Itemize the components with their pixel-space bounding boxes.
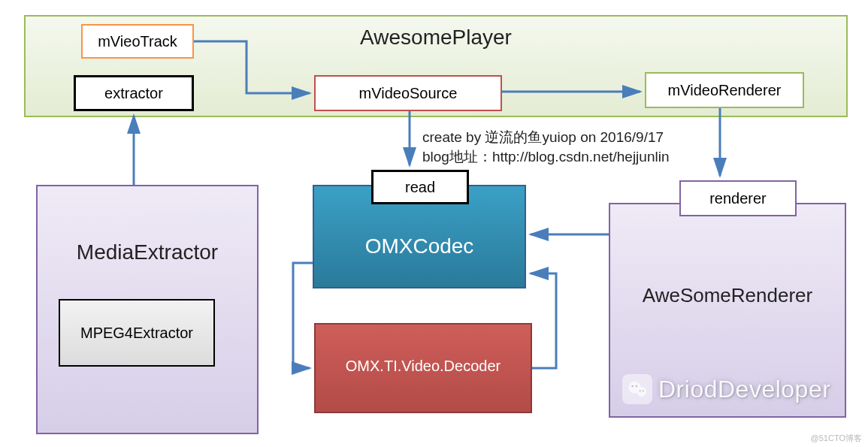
arrow-decoder-to-omxcodec xyxy=(531,273,556,368)
svg-point-5 xyxy=(643,390,644,391)
extractor-box: extractor xyxy=(74,75,194,111)
awesomerenderer-title: AweSomeRenderer xyxy=(643,284,812,307)
annotation-text: create by 逆流的鱼yuiop on 2016/9/17 blog地址：… xyxy=(422,128,669,166)
extractor-label: extractor xyxy=(104,85,163,102)
watermark: DriodDeveloper xyxy=(622,374,830,404)
svg-point-4 xyxy=(640,390,641,391)
wechat-icon xyxy=(622,374,652,404)
decoder-panel: OMX.TI.Video.Decoder xyxy=(314,323,532,413)
svg-point-3 xyxy=(636,385,638,388)
annotation-line1: create by 逆流的鱼yuiop on 2016/9/17 xyxy=(422,128,669,147)
annotation-line2: blog地址：http://blog.csdn.net/hejjunlin xyxy=(422,147,669,167)
mpeg4extractor-box: MPEG4Extractor xyxy=(59,299,215,367)
mvideosource-box: mVideoSource xyxy=(314,75,502,111)
renderer-box: renderer xyxy=(679,180,797,216)
omxcodec-title: OMXCodec xyxy=(365,234,474,258)
mediaextractor-title: MediaExtractor xyxy=(77,240,218,264)
watermark-text: DriodDeveloper xyxy=(658,376,830,403)
mvideorenderer-box: mVideoRenderer xyxy=(645,72,804,108)
decoder-title: OMX.TI.Video.Decoder xyxy=(346,358,501,375)
renderer-label: renderer xyxy=(709,190,767,207)
mpeg4extractor-label: MPEG4Extractor xyxy=(80,325,193,342)
credit: @51CTO博客 xyxy=(811,433,862,444)
mvieotrack-box: mVieoTrack xyxy=(81,24,194,59)
mvideosource-label: mVideoSource xyxy=(359,85,458,102)
awesomeplayer-title: AwesomePlayer xyxy=(360,26,512,50)
read-box: read xyxy=(371,170,469,204)
mediaextractor-panel: MediaExtractor MPEG4Extractor xyxy=(36,185,259,434)
svg-point-2 xyxy=(631,385,634,388)
read-label: read xyxy=(405,179,435,196)
svg-point-1 xyxy=(637,387,646,397)
arrow-omxcodec-to-decoder xyxy=(293,263,313,368)
mvieotrack-label: mVieoTrack xyxy=(98,33,177,50)
mvideorenderer-label: mVideoRenderer xyxy=(668,82,782,99)
